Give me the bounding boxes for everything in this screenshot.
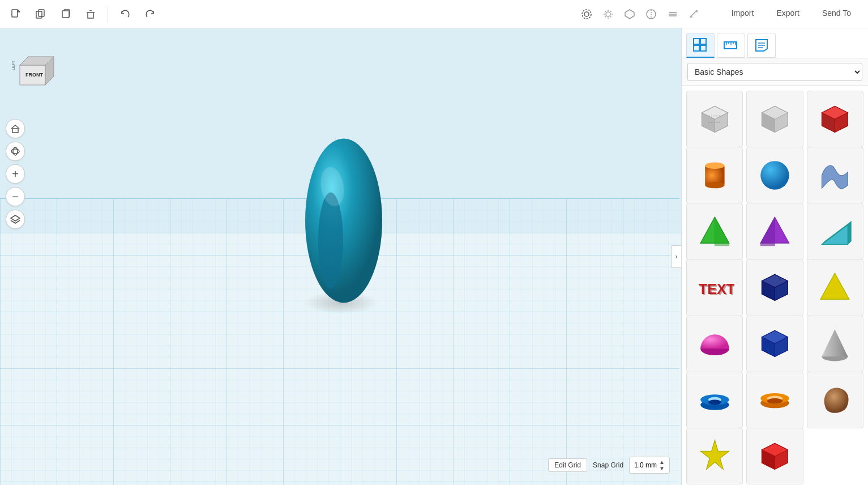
svg-point-64 bbox=[760, 161, 789, 189]
shape-cylinder[interactable] bbox=[686, 147, 743, 203]
svg-point-7 bbox=[582, 10, 591, 19]
left-tools: + − bbox=[6, 119, 25, 229]
shape-prism-teal[interactable] bbox=[807, 203, 863, 259]
undo-button[interactable] bbox=[115, 4, 135, 24]
svg-marker-69 bbox=[760, 217, 775, 245]
svg-point-28 bbox=[13, 147, 18, 155]
shape-box-hole[interactable] bbox=[686, 91, 743, 147]
svg-point-91 bbox=[708, 400, 721, 405]
toolbar: Import Export Send To bbox=[0, 0, 868, 28]
snap-icon-btn[interactable] bbox=[619, 4, 640, 24]
shape-box-hole-2[interactable] bbox=[746, 91, 803, 147]
svg-point-95 bbox=[767, 399, 783, 404]
shape-half-sphere[interactable] bbox=[686, 316, 743, 372]
svg-rect-34 bbox=[694, 39, 699, 44]
snap-grid-value[interactable]: 1.0 mm ▲▼ bbox=[629, 457, 670, 474]
main-area: FRONT LEFT + − bbox=[0, 28, 868, 485]
shape-wavy[interactable] bbox=[807, 147, 863, 203]
svg-point-62 bbox=[705, 162, 724, 168]
svg-point-32 bbox=[318, 192, 343, 288]
measure-icon-btn[interactable] bbox=[684, 4, 704, 24]
svg-marker-29 bbox=[11, 215, 20, 221]
svg-marker-87 bbox=[822, 329, 848, 356]
mirror-icon-btn[interactable] bbox=[641, 4, 661, 24]
shape-pyramid-green[interactable] bbox=[686, 203, 743, 259]
svg-rect-37 bbox=[700, 45, 706, 51]
zoom-in-button[interactable]: + bbox=[6, 164, 25, 184]
delete-button[interactable] bbox=[80, 4, 101, 24]
snap-up-arrow[interactable]: ▲▼ bbox=[659, 459, 665, 471]
svg-marker-9 bbox=[625, 10, 634, 19]
align-icon-btn[interactable] bbox=[662, 4, 683, 24]
svg-rect-3 bbox=[62, 11, 69, 18]
export-tab[interactable]: Export bbox=[765, 0, 810, 28]
3d-shape[interactable] bbox=[290, 130, 392, 325]
shape-box-navy[interactable] bbox=[746, 259, 803, 316]
svg-marker-79 bbox=[821, 273, 849, 299]
new-button[interactable] bbox=[6, 4, 26, 24]
toolbar-separator-1 bbox=[108, 6, 108, 22]
svg-text:TEXT: TEXT bbox=[700, 282, 734, 298]
shape-box-solid[interactable] bbox=[807, 91, 863, 147]
home-view-button[interactable] bbox=[6, 119, 25, 138]
shape-red-last[interactable] bbox=[746, 428, 803, 484]
grid-tab-button[interactable] bbox=[686, 33, 715, 58]
snap-grid-label: Snap Grid bbox=[593, 461, 623, 469]
shape-ring[interactable] bbox=[746, 372, 803, 428]
svg-rect-26 bbox=[12, 129, 18, 133]
svg-point-8 bbox=[606, 12, 610, 16]
light-icon-btn[interactable] bbox=[598, 4, 618, 24]
svg-rect-36 bbox=[694, 45, 699, 51]
shape-sphere[interactable] bbox=[746, 147, 803, 203]
toolbar-right bbox=[576, 4, 704, 24]
send-to-tab[interactable]: Send To bbox=[811, 0, 862, 28]
shape-pyramid-yellow[interactable] bbox=[807, 259, 863, 316]
shape-blob[interactable] bbox=[807, 372, 863, 428]
shape-box-blue[interactable] bbox=[746, 316, 803, 372]
snap-value-text: 1.0 mm bbox=[634, 461, 657, 469]
viewport[interactable]: FRONT LEFT + − bbox=[0, 28, 681, 485]
shape-cone[interactable] bbox=[807, 316, 863, 372]
shape-category-selector[interactable]: Basic Shapes bbox=[682, 58, 868, 86]
shape-torus[interactable] bbox=[686, 372, 743, 428]
svg-rect-0 bbox=[12, 10, 18, 17]
shapes-grid: TEXT TEXT bbox=[682, 86, 868, 485]
shape-text[interactable]: TEXT TEXT bbox=[686, 259, 743, 316]
zoom-out-button[interactable]: − bbox=[6, 187, 25, 206]
svg-point-6 bbox=[584, 12, 589, 16]
svg-rect-2 bbox=[39, 10, 44, 16]
redo-button[interactable] bbox=[140, 4, 160, 24]
shape-star[interactable] bbox=[686, 428, 743, 484]
orbit-button[interactable] bbox=[6, 142, 25, 161]
ruler-tab-button[interactable] bbox=[717, 33, 745, 58]
copy-button[interactable] bbox=[55, 4, 76, 24]
duplicate-button[interactable] bbox=[31, 4, 51, 24]
shape-pyramid-purple[interactable] bbox=[746, 203, 803, 259]
svg-point-27 bbox=[11, 149, 19, 154]
nav-tabs: Import Export Send To bbox=[720, 0, 862, 28]
svg-point-31 bbox=[305, 138, 382, 303]
right-panel: Basic Shapes bbox=[681, 28, 868, 485]
grid-controls: Edit Grid Snap Grid 1.0 mm ▲▼ bbox=[548, 457, 670, 474]
shape-category-dropdown[interactable]: Basic Shapes bbox=[687, 63, 862, 81]
svg-text:LEFT: LEFT bbox=[11, 60, 15, 70]
import-tab[interactable]: Import bbox=[720, 0, 766, 28]
svg-rect-1 bbox=[36, 11, 42, 18]
right-panel-tabs bbox=[682, 28, 868, 58]
perspective-cube[interactable]: FRONT LEFT bbox=[11, 40, 62, 91]
edit-grid-button[interactable]: Edit Grid bbox=[548, 458, 587, 472]
svg-marker-71 bbox=[848, 222, 852, 244]
settings-icon-btn[interactable] bbox=[576, 4, 597, 24]
svg-point-63 bbox=[705, 182, 724, 188]
notes-tab-button[interactable] bbox=[747, 33, 776, 58]
svg-marker-67 bbox=[715, 217, 729, 245]
svg-rect-35 bbox=[700, 39, 706, 44]
svg-text:FRONT: FRONT bbox=[25, 72, 43, 78]
collapse-panel-button[interactable]: › bbox=[671, 245, 681, 268]
layers-button[interactable] bbox=[6, 210, 25, 229]
svg-marker-96 bbox=[700, 440, 729, 469]
